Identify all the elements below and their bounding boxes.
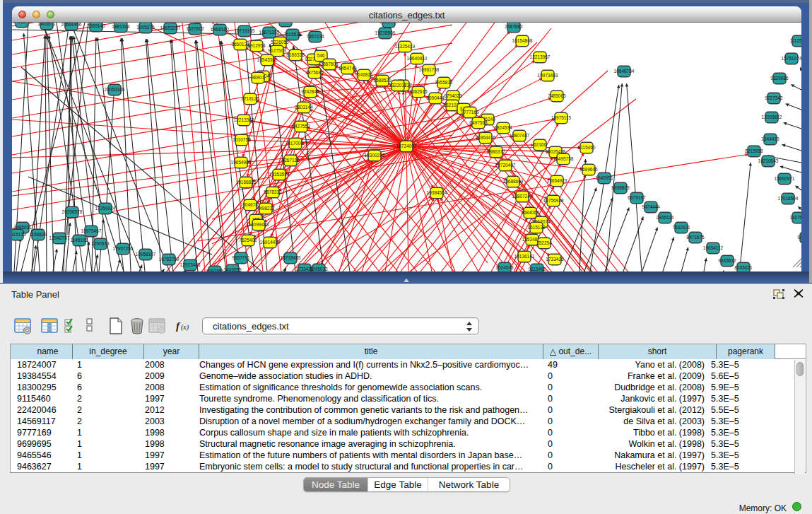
svg-text:6794023: 6794023 [444,93,462,98]
svg-text:62160: 62160 [534,142,546,147]
svg-text:17016504: 17016504 [778,196,799,201]
svg-text:13654923: 13654923 [547,178,567,183]
svg-text:7632621: 7632621 [672,225,690,230]
svg-text:16961758: 16961758 [419,67,440,72]
svg-text:1024503: 1024503 [495,265,514,270]
svg-text:10756928: 10756928 [543,198,564,203]
svg-text:16543362: 16543362 [257,57,278,62]
svg-text:14099483: 14099483 [249,222,269,227]
svg-text:14136141: 14136141 [514,254,535,259]
svg-text:7955812: 7955812 [435,80,453,85]
svg-text:17957255: 17957255 [113,246,134,251]
svg-text:7515536: 7515536 [283,32,302,37]
svg-text:9474444: 9474444 [642,204,660,209]
svg-text:8267110: 8267110 [282,158,300,163]
svg-text:7625402: 7625402 [239,238,257,243]
svg-text:9329986: 9329986 [770,76,789,81]
svg-text:1588520: 1588520 [373,78,392,83]
svg-text:15692971: 15692971 [775,176,795,181]
svg-text:1733426: 1733426 [546,257,564,262]
svg-text:1145191: 1145191 [71,238,88,243]
svg-text:13495758: 13495758 [553,156,574,161]
svg-text:98901: 98901 [252,75,264,80]
svg-text:1615132: 1615132 [527,225,546,230]
svg-text:9245632: 9245632 [718,258,736,263]
svg-text:18807249: 18807249 [512,194,533,199]
svg-text:9115462: 9115462 [529,267,546,271]
svg-text:15718485: 15718485 [281,255,301,260]
svg-text:11325419: 11325419 [395,44,416,49]
svg-text:417006: 417006 [288,141,303,146]
svg-text:1881304: 1881304 [112,24,130,29]
svg-text:7485063: 7485063 [548,93,566,98]
svg-text:18724007: 18724007 [396,144,417,148]
svg-text:1527602: 1527602 [186,26,204,31]
svg-text:2069140: 2069140 [87,23,105,28]
svg-text:16671355: 16671355 [259,30,280,35]
svg-text:9684067: 9684067 [521,210,539,215]
svg-text:2803144: 2803144 [295,105,313,110]
svg-text:16154808: 16154808 [512,38,533,43]
svg-text:19166825: 19166825 [236,180,257,185]
svg-text:7857234: 7857234 [306,34,324,39]
svg-text:8215958: 8215958 [745,148,763,153]
svg-text:9699695: 9699695 [579,167,598,172]
svg-text:7986372: 7986372 [487,149,505,154]
svg-text:8454749: 8454749 [339,66,357,71]
svg-text:9777169: 9777169 [461,110,479,115]
svg-text:5878312: 5878312 [264,189,282,194]
svg-text:1322037: 1322037 [389,83,407,88]
svg-text:(x): (x) [181,323,189,332]
svg-text:13975115: 13975115 [551,115,572,120]
svg-text:8427552: 8427552 [292,124,310,129]
svg-text:6497563: 6497563 [469,120,488,125]
svg-text:6679197: 6679197 [628,195,646,200]
svg-text:1167533: 1167533 [790,215,801,220]
svg-text:1244419: 1244419 [761,136,779,141]
svg-text:3875685: 3875685 [305,70,324,75]
svg-text:2718126: 2718126 [241,96,259,101]
svg-text:3660124: 3660124 [231,42,249,47]
svg-text:4498222: 4498222 [257,206,275,211]
svg-text:9245013: 9245013 [310,267,328,271]
svg-text:10688609: 10688609 [503,179,524,184]
svg-text:2867608: 2867608 [320,62,339,66]
svg-text:10973493: 10973493 [538,73,558,78]
svg-text:10719155: 10719155 [235,28,255,33]
svg-text:10654112: 10654112 [703,245,724,250]
svg-text:16782759: 16782759 [159,257,180,262]
svg-text:1290513: 1290513 [91,241,110,246]
svg-text:8813054: 8813054 [379,23,398,24]
svg-text:10720407: 10720407 [495,163,516,168]
svg-text:19384554: 19384554 [427,190,447,195]
svg-text:8990444: 8990444 [426,95,445,100]
svg-text:12093822: 12093822 [762,115,782,119]
svg-text:10975467: 10975467 [81,228,102,233]
svg-text:1112504: 1112504 [790,38,801,43]
svg-text:6466160: 6466160 [211,27,229,32]
svg-text:10653257: 10653257 [160,25,181,30]
svg-text:12213363: 12213363 [234,117,254,122]
svg-text:20691406: 20691406 [61,23,82,27]
svg-text:3824534: 3824534 [494,125,512,130]
svg-text:9115460: 9115460 [578,145,596,150]
svg-text:9657791: 9657791 [232,255,250,260]
svg-text:1005375: 1005375 [136,25,155,30]
svg-text:8938823: 8938823 [611,185,630,190]
svg-text:12923448: 12923448 [180,262,201,267]
svg-text:8912954: 8912954 [247,43,266,48]
svg-text:19654985: 19654985 [231,160,252,165]
svg-text:1405571: 1405571 [37,23,56,26]
svg-text:f: f [176,320,181,332]
svg-text:9428402: 9428402 [797,235,801,240]
svg-text:20364416: 20364416 [476,135,496,140]
svg-text:18300295: 18300295 [365,153,385,158]
svg-text:3915133: 3915133 [12,232,26,237]
svg-text:8745021: 8745021 [734,265,753,270]
svg-text:1010755: 1010755 [233,137,251,142]
svg-text:20206578: 20206578 [62,209,83,214]
svg-text:12213967: 12213967 [530,54,551,59]
svg-text:2687682: 2687682 [505,24,523,29]
svg-text:9127503: 9127503 [268,48,286,53]
svg-text:12942757: 12942757 [49,235,70,240]
